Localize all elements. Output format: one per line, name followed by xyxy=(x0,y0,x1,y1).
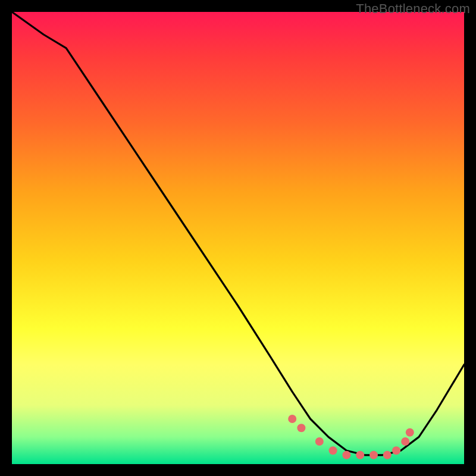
marker-point xyxy=(342,451,350,459)
marker-point xyxy=(392,446,400,455)
marker-point xyxy=(401,437,409,446)
marker-point xyxy=(297,424,305,432)
curve-line xyxy=(12,12,464,455)
marker-point xyxy=(356,451,364,459)
marker-point xyxy=(288,415,296,423)
chart-overlay xyxy=(12,12,464,464)
curve-path xyxy=(12,12,464,455)
marker-point xyxy=(383,451,392,459)
marker-point xyxy=(315,437,324,446)
marker-point xyxy=(329,446,337,455)
marker-point xyxy=(369,451,378,459)
marker-point xyxy=(406,428,414,437)
